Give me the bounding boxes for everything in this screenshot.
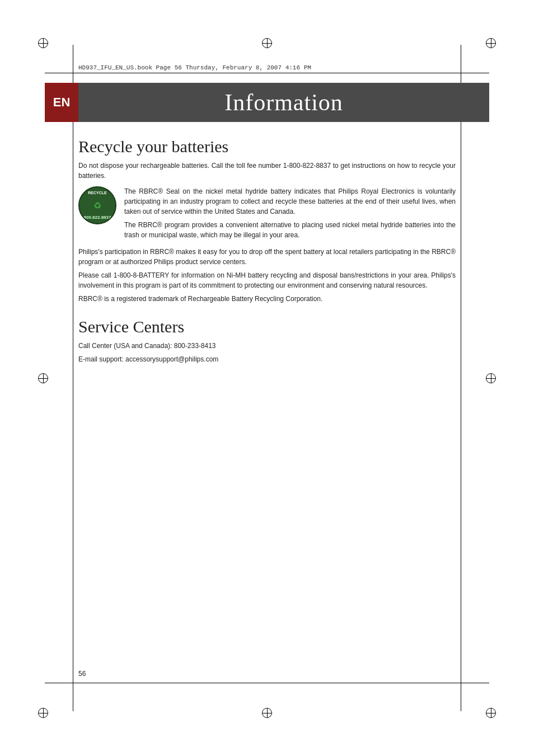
recycle-para1: Philips's participation in RBRC® makes i…: [78, 247, 456, 267]
email-address: accessorysupport@philips.com: [125, 355, 218, 363]
rbrc-text1: The RBRC® Seal on the nickel metal hydri…: [124, 186, 456, 217]
rbrc-logo-inner: RECYCLE ♻ 800.822.8837: [78, 186, 116, 224]
rule-bottom: [45, 683, 489, 683]
reg-mark-top-left: [38, 38, 48, 48]
page-title: Information: [78, 89, 489, 116]
call-center-label: Call Center (USA and Canada):: [78, 342, 172, 350]
rbrc-phone-text: 800.822.8837: [79, 215, 115, 220]
email-line: E-mail support: accessorysupport@philips…: [78, 354, 456, 364]
reg-mark-bottom-right: [486, 708, 496, 718]
rbrc-section: RECYCLE ♻ 800.822.8837 The RBRC® Seal on…: [78, 186, 456, 243]
rule-right: [461, 45, 461, 711]
rbrc-logo: RECYCLE ♻ 800.822.8837: [78, 186, 116, 224]
reg-mark-bottom-mid: [262, 708, 272, 718]
reg-mark-top-right: [486, 38, 496, 48]
rbrc-text-block: The RBRC® Seal on the nickel metal hydri…: [124, 186, 456, 243]
service-centers-title: Service Centers: [78, 317, 456, 336]
call-center-number-value: 800-233-8413: [174, 342, 216, 350]
file-info: HD937_IFU_EN_US.book Page 56 Thursday, F…: [78, 64, 311, 71]
service-centers-section: Service Centers Call Center (USA and Can…: [78, 317, 456, 364]
rbrc-arrows-icon: ♻: [93, 200, 101, 211]
email-label: E-mail support:: [78, 355, 124, 363]
reg-mark-bottom-left: [38, 708, 48, 718]
lang-code: EN: [53, 95, 71, 110]
page: HD937_IFU_EN_US.book Page 56 Thursday, F…: [0, 0, 534, 756]
reg-mark-top-mid: [262, 38, 272, 48]
rbrc-logo-text: RECYCLE: [79, 191, 115, 195]
recycle-intro: Do not dispose your rechargeable batteri…: [78, 161, 456, 181]
rule-left: [73, 45, 73, 711]
header-banner: EN Information: [45, 83, 489, 122]
recycle-section-title: Recycle your batteries: [78, 137, 456, 156]
rbrc-text2: The RBRC® program provides a convenient …: [124, 220, 456, 240]
reg-mark-left-mid: [38, 373, 48, 383]
content-area: Recycle your batteries Do not dispose yo…: [78, 132, 456, 368]
recycle-para2: Please call 1-800-8-BATTERY for informat…: [78, 270, 456, 290]
reg-mark-right-mid: [486, 373, 496, 383]
call-center-line: Call Center (USA and Canada): 800-233-84…: [78, 341, 456, 351]
lang-box: EN: [45, 83, 78, 122]
page-number: 56: [78, 670, 86, 678]
rule-top: [45, 73, 489, 73]
rbrc-trademark: RBRC® is a registered trademark of Recha…: [78, 294, 456, 304]
